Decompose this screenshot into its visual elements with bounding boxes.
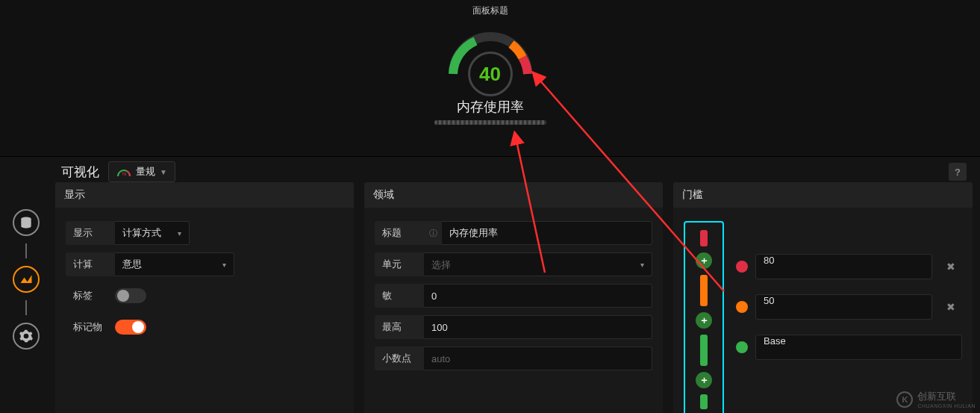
remove-threshold-button[interactable]: ✖ [940, 294, 962, 320]
threshold-color-dot[interactable] [736, 301, 748, 313]
threshold-seg-base [700, 394, 708, 409]
main: 可视化 79 量规 ▼ ? 显示 显示 计算方式 ▾ [52, 157, 980, 413]
remove-threshold-button[interactable]: ✖ [940, 254, 962, 279]
max-row: 最高 [375, 315, 652, 339]
labels-label: 标签 [66, 284, 115, 308]
max-label: 最高 [375, 315, 424, 339]
rail-connector [25, 300, 27, 315]
gauge: 40 [442, 22, 539, 81]
show-mode-row: 显示 计算方式 ▾ [66, 221, 343, 245]
decimals-input[interactable] [424, 347, 652, 370]
metric-label: 内存使用率 [457, 98, 524, 116]
field-title-row: 标题 ⓘ [375, 221, 652, 245]
field-title-input[interactable] [442, 221, 652, 245]
calc-select[interactable]: 意思 ▾ [115, 252, 234, 276]
display-panel: 显示 显示 计算方式 ▾ 计算 意思 ▾ [55, 182, 354, 413]
threshold-seg-mid [700, 275, 708, 306]
watermark: K 创新互联 CHUANGXIN HULIAN [896, 390, 976, 409]
field-panel-header: 领域 [364, 182, 663, 208]
display-panel-header: 显示 [55, 182, 354, 208]
panel-title: 面板标题 [0, 0, 980, 22]
left-rail [0, 157, 52, 413]
chevron-down-icon: ▼ [160, 168, 167, 176]
min-row: 敏 [375, 284, 652, 308]
markers-row: 标记物 [66, 315, 343, 339]
threshold-list: ✖ ✖ [736, 221, 962, 413]
threshold-panel: 门槛 ＋ ＋ ＋ ✖ [673, 182, 973, 413]
threshold-color-dot[interactable] [736, 261, 748, 273]
add-threshold-button[interactable]: ＋ [696, 252, 712, 269]
decimals-row: 小数点 [375, 347, 652, 370]
resize-handle[interactable] [434, 120, 546, 125]
rail-connector [25, 243, 27, 258]
gauge-center: 40 [468, 52, 513, 96]
calc-row: 计算 意思 ▾ [66, 252, 343, 276]
tab-queries-icon[interactable] [13, 209, 40, 236]
tab-settings-icon[interactable] [13, 323, 40, 350]
labels-toggle[interactable] [115, 288, 146, 303]
min-label: 敏 [375, 284, 424, 308]
svg-text:79: 79 [122, 172, 127, 176]
max-input[interactable] [424, 315, 652, 339]
decimals-label: 小数点 [375, 347, 424, 370]
help-button[interactable]: ? [949, 163, 967, 181]
threshold-row: ✖ [736, 294, 962, 320]
show-label: 显示 [66, 221, 115, 245]
viz-type-label: 量规 [136, 165, 155, 178]
threshold-seg-bot [700, 335, 708, 366]
max-input-el[interactable] [431, 322, 644, 333]
show-mode-value: 计算方式 [122, 226, 161, 240]
unit-select[interactable]: ▾ [424, 252, 652, 276]
chevron-down-icon: ▾ [222, 261, 226, 269]
preview-pane: 面板标题 40 内存使用率 [0, 0, 980, 157]
viz-section-title: 可视化 [61, 164, 99, 181]
watermark-sub: CHUANGXIN HULIAN [917, 403, 976, 409]
add-threshold-button[interactable]: ＋ [696, 312, 712, 329]
threshold-row [736, 335, 962, 360]
min-input[interactable] [424, 284, 652, 308]
tab-visualization-icon[interactable] [13, 266, 40, 293]
gauge-value: 40 [479, 63, 501, 86]
threshold-seg-top [700, 230, 708, 246]
labels-row: 标签 [66, 284, 343, 308]
threshold-row: ✖ [736, 254, 962, 279]
watermark-logo: K [896, 391, 913, 408]
info-icon[interactable]: ⓘ [424, 221, 442, 245]
viz-topbar: 可视化 79 量规 ▼ ? [52, 161, 976, 182]
unit-label: 单元 [375, 252, 424, 276]
calc-value: 意思 [122, 258, 142, 271]
add-threshold-button[interactable]: ＋ [696, 372, 712, 388]
unit-input-el[interactable] [431, 259, 640, 270]
show-mode-select[interactable]: 计算方式 ▾ [115, 221, 190, 245]
unit-row: 单元 ▾ [375, 252, 652, 276]
decimals-input-el[interactable] [431, 353, 644, 364]
gauge-icon: 79 [116, 167, 131, 177]
threshold-scale: ＋ ＋ ＋ [684, 221, 724, 413]
calc-label: 计算 [66, 252, 115, 276]
watermark-brand: 创新互联 [917, 390, 976, 403]
editor: 可视化 79 量规 ▼ ? 显示 显示 计算方式 ▾ [0, 157, 980, 413]
gauge-wrap: 40 内存使用率 [0, 22, 980, 125]
chevron-down-icon: ▾ [640, 261, 644, 269]
markers-label: 标记物 [66, 315, 115, 339]
threshold-value-input[interactable] [755, 254, 932, 279]
field-title-label: 标题 [375, 221, 424, 245]
threshold-value-input[interactable] [755, 335, 962, 360]
field-title-input-el[interactable] [449, 228, 644, 239]
markers-toggle[interactable] [115, 320, 146, 335]
panels: 显示 显示 计算方式 ▾ 计算 意思 ▾ [52, 182, 976, 413]
threshold-value-input[interactable] [755, 294, 932, 320]
threshold-panel-header: 门槛 [673, 182, 973, 208]
threshold-color-dot[interactable] [736, 341, 748, 353]
chevron-down-icon: ▾ [178, 229, 181, 237]
min-input-el[interactable] [431, 291, 644, 302]
field-panel: 领域 标题 ⓘ 单元 ▾ [364, 182, 663, 413]
viz-type-picker[interactable]: 79 量规 ▼ [108, 161, 175, 182]
